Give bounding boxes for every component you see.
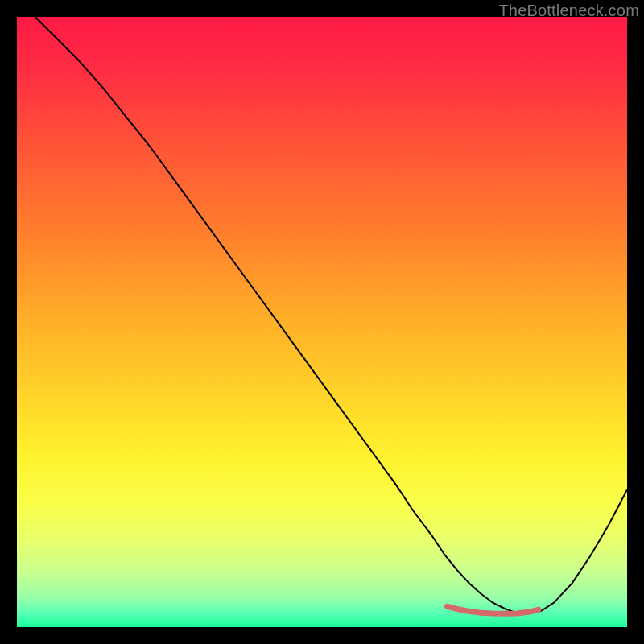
bottleneck-chart <box>17 17 627 627</box>
gradient-background <box>17 17 627 627</box>
chart-frame <box>17 17 627 627</box>
